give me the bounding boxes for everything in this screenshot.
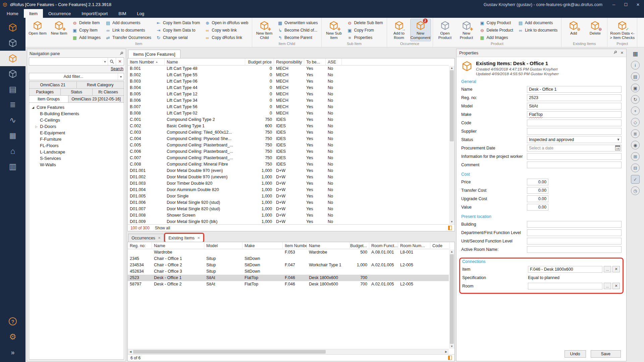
room-data-item-checks-button[interactable]: ✓Room Data <-> Item Checks [609,19,635,41]
new-component-button[interactable]: 2New Component [410,19,431,41]
table-row[interactable]: B.008Lift Cart Type 020MECHYesNo [128,110,449,117]
kit-icon[interactable]: ⊟ [631,164,640,172]
clear-room-icon[interactable]: ✕ [612,283,620,289]
new-product-button[interactable]: ✚New Product [456,19,477,41]
building-icon[interactable]: ▦ [0,128,25,143]
copy-from-button[interactable]: ▣Copy From [345,27,385,34]
expanded-icon[interactable]: ◢ [31,106,35,109]
field-input-information-for-the-project-worker[interactable] [527,153,622,160]
table-row[interactable]: C.008Compound Ceiling: Mineral Fibre750I… [128,161,449,168]
table-row[interactable]: D01.006Door Metal Single 920 (stud)1,000… [128,199,449,206]
field-input-reg-no[interactable] [527,94,622,101]
delete-product-button[interactable]: ⊖Delete Product [478,27,515,34]
table-row[interactable]: 58797Desk - Office 2SitAtFlatTopF.046Des… [128,281,449,287]
column-header-ase-5[interactable]: ASE [326,58,342,65]
show-all-link[interactable]: Show all [155,226,170,230]
copy-web-link-button[interactable]: ∞Copy web link [203,27,250,34]
table-row[interactable]: C.006Compound Ceiling: Plasterboard_...7… [128,148,449,155]
add-documents-button[interactable]: ▤Add documents [103,19,153,27]
package-icon[interactable]: ▣ [631,84,640,92]
menu-item[interactable]: Item [24,9,43,18]
grid-icon[interactable]: ▦ [631,49,640,58]
column-header-budget-6[interactable]: Budget... [350,242,369,249]
table-row[interactable]: 234534Chair - Office 2SitupSitDownF.047W… [128,262,449,268]
field-input-unit-second-function-level[interactable] [527,238,622,244]
collapsed-icon[interactable]: ▷ [35,125,38,128]
filter-tab-packages[interactable]: Packages [29,88,61,96]
column-header-reg-no-0[interactable]: Reg. no: [128,242,152,249]
minimize-button[interactable]: ─ [608,0,620,9]
parts-icon[interactable]: ⊞ [631,152,640,161]
boxes-icon[interactable] [0,35,25,51]
table-row[interactable]: B.005Lift Cart Type 120MECHYesNo [128,91,449,97]
column-header-make-3[interactable]: Make [243,242,283,249]
close-button[interactable]: ✕ [632,0,644,9]
scroll-up-icon[interactable]: ▲ [450,66,453,70]
column-header-room-funct-7[interactable]: Room Funct... [369,242,398,249]
room-connection-input[interactable] [528,283,602,289]
scroll-up-icon[interactable]: ▲ [450,250,453,254]
add-documents-button[interactable]: ▤Add documents [516,19,559,27]
field-input-price[interactable] [527,179,548,185]
scrollbar-thumb[interactable] [450,254,454,344]
table-row[interactable]: WardrobeF.053Wardrobe500A.08.01.001L8-00… [128,249,449,256]
save-button[interactable]: Save [591,350,621,358]
horizontal-scrollbar[interactable]: ◀ ▶ [128,349,449,354]
properties-button[interactable]: ≡Properties [345,34,385,41]
table-row[interactable]: C.005Compound Ceiling: Plasterboard_...7… [128,142,449,148]
new-sub-item-button[interactable]: ✚New Sub Item [323,19,344,41]
filter-tab-ifc-classes[interactable]: Ifc Classes [92,88,124,96]
scroll-down-icon[interactable]: ▼ [450,220,453,224]
table-row[interactable]: B.006Lift Cart Type 340MECHYesNo [128,97,449,104]
scroll-right-icon[interactable]: ▶ [443,350,449,353]
house-icon[interactable]: ⌂ [0,143,25,159]
table-row[interactable]: C.007Compound Ceiling: Plasterboard_...7… [128,155,449,161]
tree-node-s-services[interactable]: S-Services [29,155,124,162]
items-icon[interactable] [0,51,25,66]
menu-import-export[interactable]: Import/Export [76,9,113,18]
copy-drofus-link-button[interactable]: ∞Copy dRofus link [203,34,250,41]
add-filter-dropdown[interactable]: Add filter... ▾ [29,73,124,80]
copy-product-button[interactable]: ▣Copy Product [478,19,515,27]
table-row[interactable]: 2345Chair - Office 1SitupSitDown [128,256,449,262]
close-icon[interactable]: ✕ [621,51,624,55]
table-row[interactable]: D01.007Door Metal Single 820 (stud)1,000… [128,206,449,212]
copy-item-data-from-button[interactable]: ⇤Copy Item Data from [154,19,202,27]
open-in-drofus-web-button[interactable]: ⊕Open in dRofus web [203,19,250,27]
search-link[interactable]: Search [111,66,123,71]
scrollbar-thumb[interactable] [133,350,326,354]
table-row[interactable]: C.004Compound Ceiling: Plywood She...750… [128,136,449,142]
new-item-button[interactable]: ✚New Item [49,19,69,41]
tree-node-f-furniture[interactable]: F-Furniture [29,136,124,142]
table-row[interactable]: B.001Lift Cart Type 480MECHYesNo [128,65,449,72]
report-icon[interactable] [448,356,452,360]
field-input-supplier[interactable] [527,128,622,135]
table-row[interactable]: D01.004Door Aluminium Double 8201,000D+W… [128,187,449,193]
table-row[interactable]: 2523Desk - Office 1SitAtFlatTopF.046Desk… [128,275,449,281]
open-item-button[interactable]: Open Item [27,19,48,41]
table-row[interactable]: D01.005Door Single1,000D+WYesNo [128,193,449,199]
tree-node-l-landscape[interactable]: L-Landscape [29,149,124,155]
documents-icon[interactable]: ▤ [631,72,640,81]
pin-icon[interactable] [613,50,617,55]
field-input-code[interactable] [527,120,622,126]
item-connection-input[interactable] [528,266,602,273]
add-to-room-button[interactable]: →Add to Room [389,19,410,41]
column-header-responsibility-3[interactable]: Responsibility [274,58,304,65]
column-header-model-2[interactable]: Model [204,242,243,249]
clear-item-icon[interactable]: ✕ [612,266,620,272]
field-input-value[interactable] [527,204,548,211]
column-header-to-be-4[interactable]: To be... [304,58,326,65]
calendar-icon[interactable]: 15 [615,145,620,150]
filter-tab-item-groups[interactable]: Item Groups [29,95,68,103]
cube-icon[interactable] [0,20,25,35]
copy-item-button[interactable]: ▣Copy Item [70,27,103,34]
approved-icon[interactable]: ✓ [631,175,640,184]
field-input-make[interactable]: FlatTop [527,111,622,118]
field-input-model[interactable] [527,103,622,109]
help-icon[interactable]: ? [0,314,25,329]
tree-node-d-doors[interactable]: ▷D-Doors [29,123,124,130]
settings-icon[interactable]: ⚙ [0,329,25,345]
change-serial-button[interactable]: ↻Change serial [154,34,202,41]
table-row[interactable]: C.003Compound Ceiling: Tiled_600x12...75… [128,129,449,136]
